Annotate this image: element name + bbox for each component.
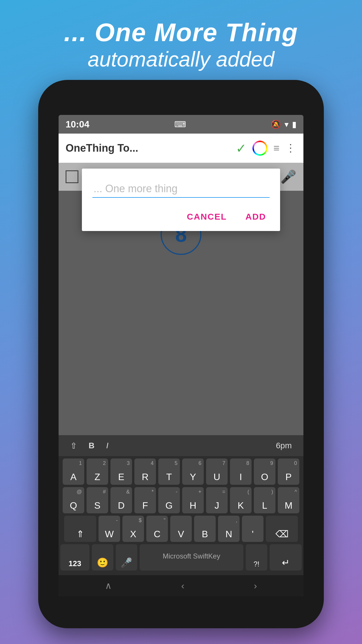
rainbow-circle-icon[interactable] xyxy=(252,141,268,156)
status-bar: 10:04 ⌨ 🔕 ▾ ▮ xyxy=(59,115,303,134)
key-k[interactable]: (K xyxy=(230,487,252,513)
dialog-overlay: CANCEL ADD xyxy=(59,163,303,435)
key-x[interactable]: $X xyxy=(122,516,144,542)
key-row-4: 123 🙂 🎤 Microsoft SwiftKey ?! ↵ xyxy=(60,544,302,570)
key-a[interactable]: 1A xyxy=(63,459,84,485)
key-y[interactable]: 6Y xyxy=(182,459,204,485)
nav-home-button[interactable]: ‹ xyxy=(181,580,184,591)
app-bar: OneThing To... ✓ ≡ ⋮ xyxy=(59,134,303,163)
status-time: 10:04 xyxy=(66,119,89,130)
keyboard-area: ⇧ B I 6pm 1A 2Z 3E 4R 5T 6Y 7U 8I 9O xyxy=(59,435,303,596)
key-z[interactable]: 2Z xyxy=(87,459,108,485)
header-title: ... One More Thing xyxy=(64,18,298,47)
checkmark-icon[interactable]: ✓ xyxy=(236,141,247,156)
key-row-2: @Q #S &D *F -G +H =J (K )L ^M xyxy=(60,487,302,513)
time-suggestion[interactable]: 6pm xyxy=(270,435,298,456)
phone-frame: 10:04 ⌨ 🔕 ▾ ▮ OneThing To... ✓ ≡ ⋮ One g… xyxy=(38,80,324,628)
key-v[interactable]: V xyxy=(170,516,192,542)
header-main: One More Thing xyxy=(95,18,298,47)
key-l[interactable]: )L xyxy=(254,487,275,513)
shift-key[interactable]: ⇑ xyxy=(64,516,96,542)
bold-toolbar-button[interactable]: B xyxy=(83,435,100,456)
battery-icon: ▮ xyxy=(292,120,296,129)
header-prefix: ... xyxy=(64,18,87,47)
key-p[interactable]: 0P xyxy=(278,459,299,485)
voice-key[interactable]: 🎤 xyxy=(116,544,137,570)
key-s[interactable]: #S xyxy=(87,487,108,513)
add-button[interactable]: ADD xyxy=(242,209,270,224)
key-u[interactable]: 7U xyxy=(206,459,228,485)
keyboard-toolbar: ⇧ B I 6pm xyxy=(59,435,303,456)
header-section: ... One More Thing automatically added xyxy=(64,18,298,71)
list-icon[interactable]: ≡ xyxy=(273,142,280,154)
key-d[interactable]: &D xyxy=(110,487,132,513)
key-w[interactable]: -W xyxy=(99,516,120,542)
key-h[interactable]: +H xyxy=(182,487,204,513)
nav-bar: ∧ ‹ › xyxy=(59,575,303,596)
key-b[interactable]: B xyxy=(194,516,216,542)
key-n[interactable]: ,N xyxy=(218,516,240,542)
keyboard-icon: ⌨ xyxy=(174,120,186,129)
key-c[interactable]: "C xyxy=(146,516,168,542)
bell-icon: 🔕 xyxy=(271,120,281,129)
key-apostrophe[interactable]: ' xyxy=(242,516,263,542)
app-title: OneThing To... xyxy=(66,142,230,154)
key-q[interactable]: @Q xyxy=(63,487,84,513)
dialog: CANCEL ADD xyxy=(82,169,280,231)
phone-screen: 10:04 ⌨ 🔕 ▾ ▮ OneThing To... ✓ ≡ ⋮ One g… xyxy=(59,115,303,596)
delete-key[interactable]: ⌫ xyxy=(266,516,298,542)
italic-toolbar-button[interactable]: I xyxy=(100,435,114,456)
numbers-key[interactable]: 123 xyxy=(60,544,89,570)
header-subtitle: automatically added xyxy=(64,47,298,71)
key-m[interactable]: ^M xyxy=(278,487,299,513)
content-area: One great thing to do 🎤 CANCEL ADD 8 xyxy=(59,163,303,435)
emoji-key[interactable]: 🙂 xyxy=(92,544,113,570)
cancel-button[interactable]: CANCEL xyxy=(183,209,230,224)
menu-icon[interactable]: ⋮ xyxy=(285,142,296,154)
wifi-icon: ▾ xyxy=(284,120,289,129)
key-e[interactable]: 3E xyxy=(110,459,132,485)
one-more-thing-input[interactable] xyxy=(92,180,270,198)
status-icons: 🔕 ▾ ▮ xyxy=(271,120,296,129)
nav-recent-button[interactable]: › xyxy=(254,580,257,591)
space-key[interactable]: Microsoft SwiftKey xyxy=(140,544,243,570)
key-row-1: 1A 2Z 3E 4R 5T 6Y 7U 8I 9O 0P xyxy=(60,459,302,485)
key-r[interactable]: 4R xyxy=(134,459,156,485)
shift-toolbar-icon[interactable]: ⇧ xyxy=(64,435,83,456)
key-row-3: ⇑ -W $X "C V B ,N ' ⌫ xyxy=(60,516,302,542)
key-o[interactable]: 9O xyxy=(254,459,275,485)
punctuation-key[interactable]: ?! xyxy=(246,544,267,570)
enter-key[interactable]: ↵ xyxy=(270,544,302,570)
dialog-buttons: CANCEL ADD xyxy=(92,209,270,224)
nav-back-button[interactable]: ∧ xyxy=(105,580,112,591)
key-g[interactable]: -G xyxy=(158,487,180,513)
key-j[interactable]: =J xyxy=(206,487,228,513)
key-i[interactable]: 8I xyxy=(230,459,252,485)
key-t[interactable]: 5T xyxy=(158,459,180,485)
keyboard-rows: 1A 2Z 3E 4R 5T 6Y 7U 8I 9O 0P @Q #S &D *… xyxy=(59,456,303,575)
key-f[interactable]: *F xyxy=(134,487,156,513)
